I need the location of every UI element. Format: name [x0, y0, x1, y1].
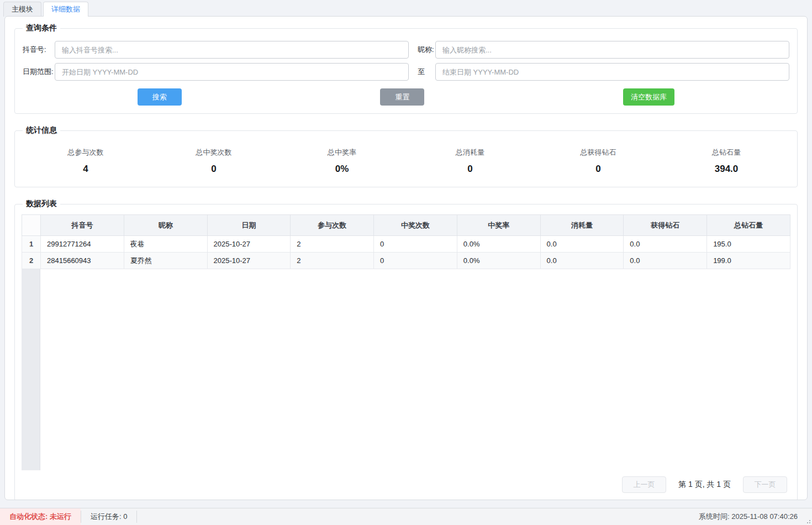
col-header-douyin-id: 抖音号 — [41, 215, 124, 236]
pagination: 上一页 第 1 页, 共 1 页 下一页 — [22, 470, 790, 494]
stat-total-diamond-amount: 总钻石量 394.0 — [662, 148, 790, 175]
stat-total-wins: 总中奖次数 0 — [150, 148, 278, 175]
data-list-section-title: 数据列表 — [23, 199, 60, 209]
reset-button[interactable]: 重置 — [380, 88, 424, 106]
system-time-label: 系统时间: 2025-11-08 07:40:26 — [699, 508, 812, 525]
automation-status-badge: 自动化状态: 未运行 — [0, 508, 81, 525]
col-header-participations: 参与次数 — [291, 215, 374, 236]
tab-bar: 主模块 详细数据 — [0, 0, 812, 16]
table-header-row: 抖音号 昵称 日期 参与次数 中奖次数 中奖率 消耗量 获得钻石 总钻石量 — [22, 215, 790, 236]
date-to-label: 至 — [418, 67, 435, 77]
tab-detail-data[interactable]: 详细数据 — [43, 2, 88, 17]
stats-section-title: 统计信息 — [23, 125, 60, 135]
status-bar: 自动化状态: 未运行 运行任务: 0 系统时间: 2025-11-08 07:4… — [0, 508, 812, 525]
prev-page-button[interactable]: 上一页 — [622, 476, 666, 493]
table-row[interactable]: 2 28415660943 夏乔然 2025-10-27 2 0 0.0% 0.… — [22, 253, 790, 269]
search-button[interactable]: 搜索 — [138, 88, 182, 106]
stat-total-participations: 总参与次数 4 — [22, 148, 150, 175]
stats-section: 统计信息 总参与次数 4 总中奖次数 0 总中奖率 0% 总消耗量 0 总获得钻… — [14, 125, 798, 187]
start-date-input[interactable] — [55, 63, 409, 81]
data-list-section: 数据列表 抖音号 昵称 日期 参与次数 中奖次数 中奖率 消耗 — [14, 199, 798, 500]
clear-database-button[interactable]: 清空数据库 — [623, 88, 674, 106]
col-header-diamonds-gained: 获得钻石 — [624, 215, 707, 236]
query-section: 查询条件 抖音号: 昵称: 日期范围: 至 搜索 重置 清空数据库 — [14, 23, 798, 114]
end-date-input[interactable] — [435, 63, 789, 81]
nickname-input[interactable] — [435, 41, 789, 59]
stat-total-consumed: 总消耗量 0 — [406, 148, 534, 175]
date-range-label: 日期范围: — [23, 67, 55, 77]
col-header-wins: 中奖次数 — [374, 215, 457, 236]
table-row[interactable]: 1 29912771264 夜巷 2025-10-27 2 0 0.0% 0.0… — [22, 236, 790, 253]
douyin-id-input[interactable] — [55, 41, 409, 59]
nickname-label: 昵称: — [418, 45, 435, 55]
tab-main-module[interactable]: 主模块 — [3, 2, 41, 17]
page-info: 第 1 页, 共 1 页 — [678, 480, 731, 490]
table-empty-area — [22, 269, 790, 470]
main-panel: 查询条件 抖音号: 昵称: 日期范围: 至 搜索 重置 清空数据库 统计信息 总… — [4, 16, 808, 500]
resize-grip-icon[interactable] — [804, 517, 810, 523]
data-table: 抖音号 昵称 日期 参与次数 中奖次数 中奖率 消耗量 获得钻石 总钻石量 1 — [22, 214, 790, 470]
row-number-header — [22, 215, 41, 236]
col-header-diamond-total: 总钻石量 — [707, 215, 790, 236]
stats-row: 总参与次数 4 总中奖次数 0 总中奖率 0% 总消耗量 0 总获得钻石 0 总… — [22, 139, 790, 180]
next-page-button[interactable]: 下一页 — [743, 476, 787, 493]
col-header-date: 日期 — [207, 215, 291, 236]
douyin-id-label: 抖音号: — [23, 45, 55, 55]
row-number-gutter — [22, 269, 40, 470]
col-header-win-rate: 中奖率 — [457, 215, 540, 236]
col-header-consumed: 消耗量 — [540, 215, 624, 236]
query-section-title: 查询条件 — [23, 23, 60, 33]
running-tasks-label: 运行任务: 0 — [81, 508, 136, 525]
col-header-nickname: 昵称 — [124, 215, 207, 236]
stat-total-diamonds-gained: 总获得钻石 0 — [534, 148, 662, 175]
stat-total-win-rate: 总中奖率 0% — [278, 148, 406, 175]
